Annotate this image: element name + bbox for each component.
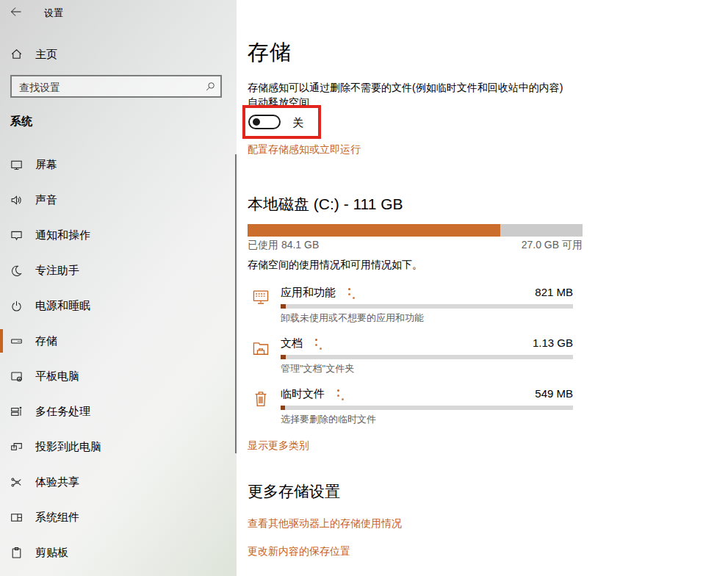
sidebar-item-sound[interactable]: 声音 [0,187,234,213]
back-arrow-icon [10,8,23,21]
sidebar-item-clipboard[interactable]: 剪贴板 [0,539,234,566]
sidebar-item-projecting[interactable]: 投影到此电脑 [0,433,234,460]
sidebar-item-display[interactable]: 屏幕 [0,151,234,178]
storage-sense-description: 存储感知可以通过删除不需要的文件(例如临时文件和回收站中的内容) 自动释放空间 [248,80,593,109]
category-name: 临时文件 [281,387,325,401]
loading-dots-icon [337,389,346,402]
storage-sense-toggle[interactable] [248,115,281,129]
back-button[interactable] [10,5,24,20]
sidebar-item-focus-assist[interactable]: 专注助手 [0,257,234,284]
apps-icon [252,288,270,307]
disk-usage-bar-fill [248,224,500,237]
toggle-state-label: 关 [292,116,303,130]
sidebar: 设置 主页 系统 屏幕 声音 通知和操作 专注助手 电源和睡眠 [0,0,237,576]
category-usage-bar [281,304,573,309]
loading-dots-icon [315,338,324,351]
page-title: 存储 [248,38,292,68]
home-label: 主页 [35,48,57,62]
sidebar-item-shared-experiences[interactable]: 体验共享 [0,469,234,495]
storage-icon [10,335,23,348]
main-content: 存储 存储感知可以通过删除不需要的文件(例如临时文件和回收站中的内容) 自动释放… [237,0,728,576]
sidebar-item-system-components[interactable]: 系统组件 [0,504,234,530]
disk-usage-labels: 已使用 84.1 GB 27.0 GB 可用 [248,239,583,252]
category-name: 文档 [281,336,303,350]
section-label-system: 系统 [10,115,32,129]
focus-assist-icon [10,264,23,277]
configure-storage-sense-link[interactable]: 配置存储感知或立即运行 [248,143,361,156]
sidebar-item-label: 平板电脑 [35,370,79,384]
clipboard-icon [10,547,23,559]
view-other-drives-link[interactable]: 查看其他驱动器上的存储使用情况 [248,517,402,530]
sidebar-item-label: 通知和操作 [35,228,90,242]
toggle-knob [253,118,260,126]
sidebar-item-label: 投影到此电脑 [35,440,101,454]
storage-category-row[interactable]: 文档 1.13 GB 管理"文档"文件夹 [248,336,573,380]
projecting-icon [10,441,23,453]
search-box [10,75,222,98]
show-more-categories-link[interactable]: 显示更多类别 [248,439,309,453]
app-title: 设置 [44,7,63,20]
power-icon [10,300,23,312]
settings-window: 设置 主页 系统 屏幕 声音 通知和操作 专注助手 电源和睡眠 [0,0,728,576]
category-subtitle: 卸载未使用或不想要的应用和功能 [281,312,424,325]
storage-category-row[interactable]: 应用和功能 821 MB 卸载未使用或不想要的应用和功能 [248,285,573,329]
sidebar-item-label: 电源和睡眠 [35,299,90,313]
category-usage-bar-fill [281,406,285,410]
system-components-icon [10,511,23,524]
more-storage-settings-heading: 更多存储设置 [248,481,340,502]
sidebar-item-label: 多任务处理 [35,405,90,419]
category-usage-bar [281,355,573,359]
shared-experiences-icon [10,476,23,489]
sidebar-item-tablet[interactable]: 平板电脑 [0,363,234,389]
category-usage-bar-fill [281,355,286,359]
usage-caption: 存储空间的使用情况和可用情况如下。 [248,259,422,272]
display-icon [10,159,23,171]
category-size: 1.13 GB [533,336,573,349]
sidebar-item-label: 专注助手 [35,264,79,278]
sound-icon [10,194,23,206]
sidebar-item-notifications[interactable]: 通知和操作 [0,222,234,248]
disk-usage-bar [248,224,583,237]
category-usage-bar-fill [281,304,286,309]
loading-dots-icon [348,287,357,300]
documents-icon [252,339,270,358]
sidebar-item-label: 声音 [35,193,57,207]
change-save-location-link[interactable]: 更改新内容的保存位置 [248,545,350,558]
sidebar-item-label: 存储 [35,334,57,348]
sidebar-item-label: 体验共享 [35,475,79,489]
multitasking-icon [10,406,23,418]
search-input[interactable] [18,78,197,96]
category-usage-bar [281,406,573,410]
description-line1: 存储感知可以通过删除不需要的文件(例如临时文件和回收站中的内容) [248,80,593,95]
disk-free-label: 27.0 GB 可用 [522,239,583,252]
tablet-icon [10,370,23,383]
sidebar-item-label: 系统组件 [35,511,79,525]
search-icon[interactable] [204,81,216,93]
storage-category-row[interactable]: 临时文件 549 MB 选择要删除的临时文件 [248,386,573,431]
sidebar-item-power-sleep[interactable]: 电源和睡眠 [0,292,234,319]
description-line2: 自动释放空间 [248,95,593,109]
sidebar-item-label: 剪贴板 [35,546,68,560]
disk-used-label: 已使用 84.1 GB [248,239,319,251]
home-icon [10,48,23,60]
disk-heading: 本地磁盘 (C:) - 111 GB [248,194,403,215]
sidebar-item-storage[interactable]: 存储 [0,328,234,354]
category-subtitle: 选择要删除的临时文件 [281,413,376,426]
category-name: 应用和功能 [281,286,336,300]
sidebar-item-home[interactable]: 主页 [0,43,220,66]
sidebar-item-label: 屏幕 [35,158,57,172]
notifications-icon [10,229,23,242]
category-size: 821 MB [535,286,573,298]
temp-files-icon [252,389,270,408]
sidebar-item-multitasking[interactable]: 多任务处理 [0,398,234,425]
category-size: 549 MB [535,387,573,400]
category-subtitle: 管理"文档"文件夹 [281,362,354,375]
